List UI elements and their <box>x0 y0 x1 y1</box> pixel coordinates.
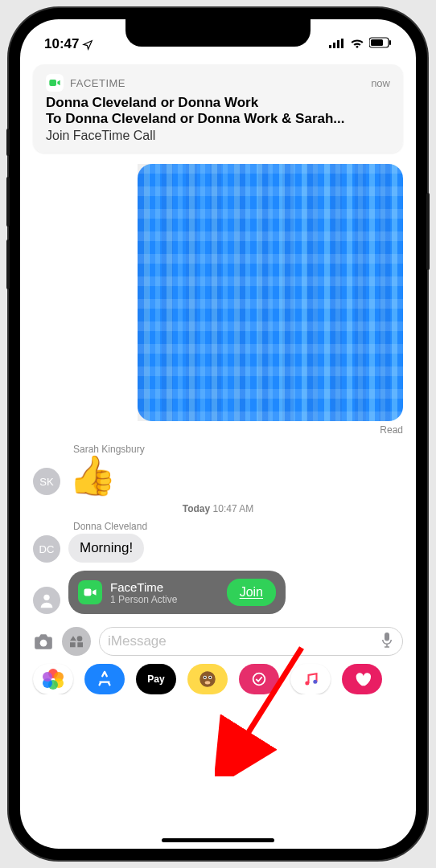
avatar[interactable] <box>33 587 60 614</box>
facetime-notification[interactable]: FACETIME now Donna Cleveland or Donna Wo… <box>33 64 403 153</box>
home-indicator[interactable] <box>162 838 274 842</box>
svg-point-21 <box>313 680 317 684</box>
notification-title: Donna Cleveland or Donna Work <box>46 95 390 111</box>
svg-rect-2 <box>337 40 339 48</box>
svg-point-17 <box>209 677 211 678</box>
app-photos[interactable] <box>33 664 73 694</box>
svg-rect-0 <box>329 45 331 48</box>
svg-rect-6 <box>389 40 391 45</box>
app-heart[interactable] <box>342 664 382 694</box>
apps-button[interactable] <box>62 627 91 656</box>
svg-point-11 <box>40 640 47 647</box>
message-input[interactable]: iMessage <box>99 627 403 656</box>
incoming-message: Morning! <box>68 534 144 563</box>
signal-icon <box>329 36 345 52</box>
microphone-icon[interactable] <box>380 631 394 653</box>
facetime-icon <box>78 580 102 604</box>
timestamp: Today 10:47 AM <box>33 503 403 514</box>
messages-thread[interactable]: Read Sarah Kingsbury SK 👍 Today 10:47 AM… <box>20 159 416 614</box>
svg-rect-7 <box>49 80 56 86</box>
location-icon <box>82 39 93 50</box>
notification-subtitle: To Donna Cleveland or Donna Work & Sarah… <box>46 111 390 127</box>
svg-point-19 <box>253 674 265 686</box>
wifi-icon <box>350 36 364 52</box>
svg-rect-9 <box>84 589 92 596</box>
svg-point-16 <box>204 677 206 678</box>
app-animoji[interactable] <box>187 664 228 694</box>
battery-icon <box>369 36 392 52</box>
app-music[interactable] <box>290 664 331 694</box>
notification-body: Join FaceTime Call <box>46 129 390 143</box>
thumbs-up-emoji: 👍 <box>68 457 117 495</box>
facetime-card-subtitle: 1 Person Active <box>110 594 219 605</box>
imessage-apps-strip[interactable]: Pay <box>20 659 416 694</box>
sender-label: Sarah Kingsbury <box>73 444 403 455</box>
notification-time: now <box>371 77 390 89</box>
facetime-app-icon <box>46 74 64 92</box>
svg-point-18 <box>205 681 211 684</box>
avatar[interactable]: SK <box>33 468 60 495</box>
avatar[interactable]: DC <box>33 535 60 563</box>
clock: 10:47 <box>44 36 79 52</box>
svg-rect-3 <box>341 39 343 48</box>
sender-label: Donna Cleveland <box>73 521 403 532</box>
svg-point-20 <box>305 682 309 686</box>
notification-app-label: FACETIME <box>70 77 364 89</box>
app-digitaltouch[interactable] <box>239 664 279 694</box>
svg-rect-1 <box>333 43 335 48</box>
message-input-bar: iMessage <box>20 622 416 659</box>
svg-rect-12 <box>385 633 389 641</box>
input-placeholder: iMessage <box>108 633 167 649</box>
camera-button[interactable] <box>33 633 54 650</box>
join-button[interactable]: Join <box>227 579 276 606</box>
app-appstore[interactable] <box>84 664 125 694</box>
read-receipt: Read <box>33 424 403 436</box>
app-applepay[interactable]: Pay <box>136 664 176 694</box>
facetime-card-title: FaceTime <box>110 580 219 594</box>
svg-point-13 <box>199 671 216 687</box>
outgoing-message-redacted <box>138 164 403 421</box>
svg-point-8 <box>43 595 49 600</box>
facetime-call-card[interactable]: FaceTime 1 Person Active Join <box>68 571 286 614</box>
svg-rect-5 <box>371 39 383 46</box>
